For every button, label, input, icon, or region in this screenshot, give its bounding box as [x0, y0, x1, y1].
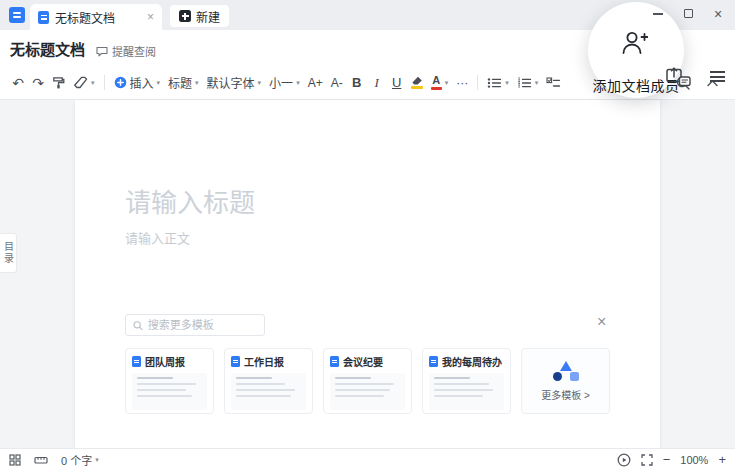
caret-down-icon: ▾: [91, 79, 95, 86]
template-card-row: 团队周报 工作日报 会议纪要 我的每周待办: [125, 348, 610, 414]
format-painter-icon: [52, 76, 65, 89]
minimize-button[interactable]: [647, 4, 669, 23]
font-decrease-button[interactable]: A-: [327, 71, 347, 95]
template-card-title: 会议纪要: [343, 354, 383, 369]
italic-button[interactable]: I: [367, 71, 387, 95]
numbered-list-icon: [517, 77, 532, 89]
play-circle-icon: [617, 453, 631, 467]
insert-label: 插入: [130, 74, 154, 91]
template-card-meeting-minutes[interactable]: 会议纪要: [323, 348, 412, 414]
format-painter-button[interactable]: [48, 71, 69, 95]
add-member-button[interactable]: [620, 30, 648, 55]
undo-icon: ↶: [12, 76, 24, 90]
tab-close-icon[interactable]: ×: [147, 11, 154, 23]
fullscreen-button[interactable]: [641, 454, 653, 466]
template-card-title: 团队周报: [145, 354, 185, 369]
template-preview: [429, 373, 504, 410]
caret-down-icon: ▾: [95, 456, 99, 463]
ruler-toggle-button[interactable]: [34, 454, 48, 466]
caret-down-icon: ▾: [505, 79, 509, 86]
present-mode-button[interactable]: [617, 453, 631, 467]
search-icon: [133, 320, 143, 331]
template-search-box[interactable]: [125, 314, 265, 336]
document-icon: [231, 356, 240, 367]
highlight-button[interactable]: [407, 71, 427, 95]
plus-circle-icon: [114, 76, 127, 89]
font-family-select[interactable]: 默认字体 ▾: [203, 71, 266, 95]
new-tab-label: 新建: [196, 8, 220, 25]
word-count-button[interactable]: 0 个字 ▾: [61, 452, 99, 468]
checklist-button[interactable]: [542, 71, 565, 95]
outline-toggle[interactable]: 目录: [0, 233, 17, 273]
zoom-in-button[interactable]: +: [718, 453, 726, 466]
clear-format-button[interactable]: ▾: [69, 71, 99, 95]
share-button[interactable]: [666, 66, 691, 87]
tab-untitled-document[interactable]: 无标题文档 ×: [30, 4, 162, 30]
status-bar: 0 个字 ▾ − 100% +: [0, 448, 735, 470]
caret-down-icon: ▾: [535, 79, 539, 86]
statusbar-right-group: − 100% +: [617, 453, 726, 467]
template-card-work-daily[interactable]: 工作日报: [224, 348, 313, 414]
font-color-icon: A: [431, 75, 442, 90]
maximize-button[interactable]: [677, 4, 699, 23]
caret-down-icon: ▾: [195, 79, 199, 86]
numbered-list-button[interactable]: ▾: [513, 71, 543, 95]
font-family-label: 默认字体: [207, 74, 255, 91]
tab-label: 无标题文档: [55, 9, 115, 26]
redo-button[interactable]: ↷: [28, 71, 48, 95]
caret-down-icon: ▾: [445, 79, 449, 86]
document-title[interactable]: 无标题文档: [10, 38, 85, 59]
toolbar-separator: [104, 75, 105, 90]
more-templates-card[interactable]: 更多模板 >: [521, 348, 610, 414]
document-icon: [38, 11, 49, 24]
more-templates-label: 更多模板 >: [541, 387, 590, 402]
undo-button[interactable]: ↶: [8, 71, 28, 95]
template-grid-button[interactable]: [9, 454, 21, 466]
document-icon: [330, 356, 339, 367]
template-card-title: 我的每周待办: [442, 354, 502, 369]
content-area: 请输入标题 请输入正文 × 团队周报 工作日报: [0, 100, 735, 448]
template-search-input[interactable]: [148, 319, 257, 331]
template-preview: [330, 373, 405, 410]
bullet-list-button[interactable]: ▾: [483, 71, 513, 95]
template-panel-close-icon[interactable]: ×: [597, 314, 606, 330]
template-card-title: 工作日报: [244, 354, 284, 369]
app-window: 无标题文档 × 新建 × 无标题文档 提醒查阅: [0, 0, 735, 470]
document-icon: [429, 356, 438, 367]
caret-down-icon: ▾: [296, 79, 300, 86]
hamburger-menu-icon[interactable]: [710, 71, 725, 82]
underline-button[interactable]: U: [387, 71, 407, 95]
document-canvas[interactable]: 请输入标题 请输入正文 × 团队周报 工作日报: [75, 100, 660, 448]
caret-down-icon: ▾: [157, 79, 161, 86]
highlighter-icon: [411, 76, 423, 89]
body-placeholder: 请输入正文: [125, 228, 190, 247]
more-formats-button[interactable]: ···: [452, 71, 472, 95]
document-icon: [132, 356, 141, 367]
caret-down-icon: ▾: [258, 79, 262, 86]
bold-button[interactable]: B: [347, 71, 367, 95]
font-increase-button[interactable]: A+: [304, 71, 327, 95]
zoom-out-button[interactable]: −: [663, 453, 671, 466]
checklist-icon: [546, 77, 561, 89]
template-preview: [132, 373, 207, 410]
plus-icon: [179, 10, 191, 22]
maximize-icon: [684, 9, 693, 18]
speech-bubble-icon: [96, 46, 108, 57]
heading-label: 标题: [168, 74, 192, 91]
toolbar-separator: [477, 75, 478, 90]
app-logo-icon[interactable]: [9, 7, 25, 23]
word-count-label: 0 个字: [61, 452, 92, 468]
template-preview: [231, 373, 306, 410]
template-card-team-weekly[interactable]: 团队周报: [125, 348, 214, 414]
new-document-button[interactable]: 新建: [170, 5, 229, 27]
shapes-icon: [553, 361, 579, 381]
close-button[interactable]: ×: [707, 4, 729, 23]
person-add-icon: [620, 30, 648, 55]
window-controls: ×: [647, 4, 729, 23]
font-size-select[interactable]: 小一 ▾: [265, 71, 304, 95]
font-color-button[interactable]: A ▾: [427, 71, 453, 95]
template-card-weekly-todo[interactable]: 我的每周待办: [422, 348, 511, 414]
remind-review-button[interactable]: 提醒查阅: [96, 43, 156, 59]
insert-button[interactable]: 插入 ▾: [110, 71, 165, 95]
heading-select[interactable]: 标题 ▾: [164, 71, 203, 95]
